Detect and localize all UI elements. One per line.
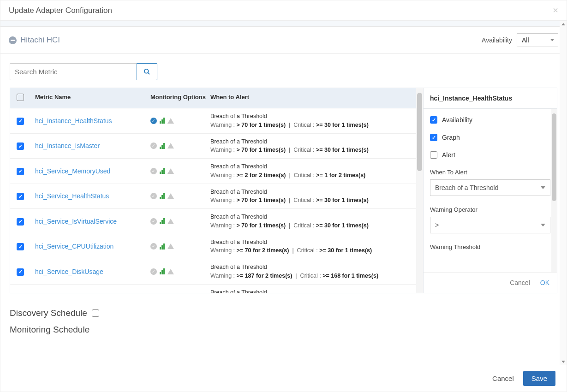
discovery-schedule-checkbox[interactable] xyxy=(92,309,99,317)
header-metric-name[interactable]: Metric Name xyxy=(35,94,150,102)
alert-icon[interactable] xyxy=(167,219,174,224)
graph-option-label: Graph xyxy=(442,134,460,141)
metric-link[interactable]: hci_Instance_HealthStatus xyxy=(35,117,112,125)
graph-icon[interactable] xyxy=(160,268,165,274)
alert-icon[interactable] xyxy=(167,193,174,199)
side-ok-button[interactable]: OK xyxy=(540,279,549,286)
side-scrollbar[interactable] xyxy=(551,109,557,272)
availability-value: All xyxy=(522,36,529,44)
availability-option-label: Availability xyxy=(442,116,472,124)
metric-link[interactable]: hci_Service_CPUUtilization xyxy=(35,243,113,250)
header-monitoring: Monitoring Options xyxy=(150,94,206,102)
search-icon xyxy=(143,68,150,75)
alert-icon[interactable] xyxy=(167,269,174,274)
row-checkbox[interactable] xyxy=(17,218,24,226)
discovery-schedule-title: Discovery Schedule xyxy=(10,308,87,318)
breach-label: Breach of a Threshold xyxy=(210,238,412,247)
alert-option-label: Alert xyxy=(442,151,455,159)
breach-label: Breach of a Threshold xyxy=(210,263,412,272)
modal-title: Update Adapter Configuration xyxy=(9,6,112,15)
body-scrollbar[interactable] xyxy=(560,21,567,365)
svg-line-1 xyxy=(148,72,149,74)
table-row: hci_Instance_IsMasterBreach of a Thresho… xyxy=(10,134,416,159)
metric-link[interactable]: hci_Service_DiskUsage xyxy=(35,268,103,275)
metric-link[interactable]: hci_Service_MemoryUsed xyxy=(35,167,110,175)
header-checkbox[interactable] xyxy=(17,94,24,101)
when-to-alert-label: When To Alert xyxy=(430,169,550,176)
availability-icon[interactable] xyxy=(150,193,157,199)
graph-icon[interactable] xyxy=(160,168,165,174)
table-row: hci_Service_HealthStatusBreach of a Thre… xyxy=(10,184,416,209)
graph-icon[interactable] xyxy=(160,143,165,149)
availability-icon[interactable] xyxy=(150,168,157,174)
row-checkbox[interactable] xyxy=(17,243,24,250)
graph-icon[interactable] xyxy=(160,193,165,199)
row-checkbox[interactable] xyxy=(17,193,24,200)
table-scrollbar[interactable] xyxy=(416,88,423,293)
header-when-alert: When to Alert xyxy=(206,94,412,102)
availability-icon[interactable] xyxy=(150,218,157,225)
table-row: hci_Service_MemoryLimitBreach of a Thres… xyxy=(10,285,416,293)
monitoring-schedule-title: Monitoring Schedule xyxy=(10,325,90,335)
table-row: hci_Service_MemoryUsedBreach of a Thresh… xyxy=(10,159,416,184)
breach-label: Breach of a Threshold xyxy=(210,288,412,293)
metric-link[interactable]: hci_Instance_IsMaster xyxy=(35,142,100,149)
when-to-alert-select[interactable]: Breach of a Threshold xyxy=(430,179,550,196)
row-checkbox[interactable] xyxy=(17,118,24,125)
alert-icon[interactable] xyxy=(167,143,174,148)
side-panel-title: hci_Instance_HealthStatus xyxy=(424,88,557,109)
availability-checkbox[interactable] xyxy=(430,116,437,124)
graph-checkbox[interactable] xyxy=(430,134,437,141)
alert-icon[interactable] xyxy=(167,118,174,124)
cancel-button[interactable]: Cancel xyxy=(492,374,514,382)
breach-label: Breach of a Threshold xyxy=(210,188,412,196)
warning-operator-label: Warning Operator xyxy=(430,206,550,213)
breach-label: Breach of a Threshold xyxy=(210,137,412,146)
availability-select[interactable]: All xyxy=(517,33,558,47)
warning-operator-select[interactable]: > xyxy=(430,217,550,233)
breach-label: Breach of a Threshold xyxy=(210,213,412,221)
svg-point-0 xyxy=(144,69,149,73)
graph-icon[interactable] xyxy=(160,218,165,224)
table-row: hci_Instance_HealthStatusBreach of a Thr… xyxy=(10,108,416,134)
breach-label: Breach of a Threshold xyxy=(210,112,412,121)
save-button[interactable]: Save xyxy=(523,371,555,386)
side-cancel-button[interactable]: Cancel xyxy=(510,279,530,286)
row-checkbox[interactable] xyxy=(17,268,24,276)
availability-icon[interactable] xyxy=(150,118,157,124)
breach-label: Breach of a Threshold xyxy=(210,162,412,171)
alert-icon[interactable] xyxy=(167,168,174,174)
graph-icon[interactable] xyxy=(160,118,165,124)
search-button[interactable] xyxy=(137,63,157,80)
resource-name: Hitachi HCI xyxy=(20,36,60,45)
search-input[interactable] xyxy=(10,63,137,80)
close-icon[interactable]: × xyxy=(553,5,558,16)
availability-label: Availability xyxy=(482,36,512,44)
availability-icon[interactable] xyxy=(150,268,157,275)
row-checkbox[interactable] xyxy=(17,168,24,175)
alert-icon[interactable] xyxy=(167,244,174,249)
metric-link[interactable]: hci_Service_IsVirtualService xyxy=(35,218,117,225)
table-row: hci_Service_CPUUtilizationBreach of a Th… xyxy=(10,234,416,260)
collapse-icon[interactable] xyxy=(9,36,17,44)
graph-icon[interactable] xyxy=(160,244,165,249)
section-cutoff xyxy=(0,21,567,27)
table-row: hci_Service_DiskUsageBreach of a Thresho… xyxy=(10,259,416,285)
table-row: hci_Service_IsVirtualServiceBreach of a … xyxy=(10,209,416,234)
availability-icon[interactable] xyxy=(150,143,157,149)
metric-link[interactable]: hci_Service_HealthStatus xyxy=(35,192,109,200)
table-header: Metric Name Monitoring Options When to A… xyxy=(10,88,416,108)
alert-checkbox[interactable] xyxy=(430,151,437,159)
row-checkbox[interactable] xyxy=(17,143,24,150)
warning-threshold-label: Warning Threshold xyxy=(430,244,550,250)
availability-icon[interactable] xyxy=(150,243,157,249)
